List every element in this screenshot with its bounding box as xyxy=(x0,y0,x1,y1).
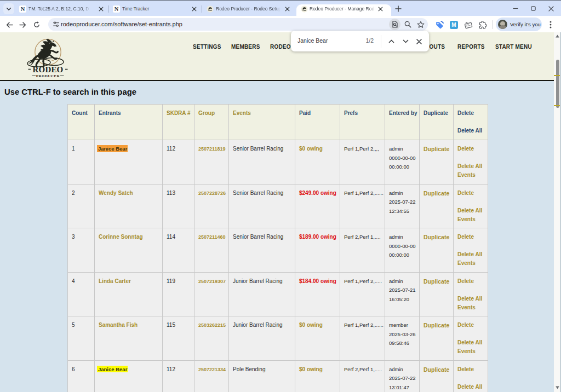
svg-text:PRODUCER: PRODUCER xyxy=(36,74,60,78)
svg-text:RODEO: RODEO xyxy=(32,65,63,74)
